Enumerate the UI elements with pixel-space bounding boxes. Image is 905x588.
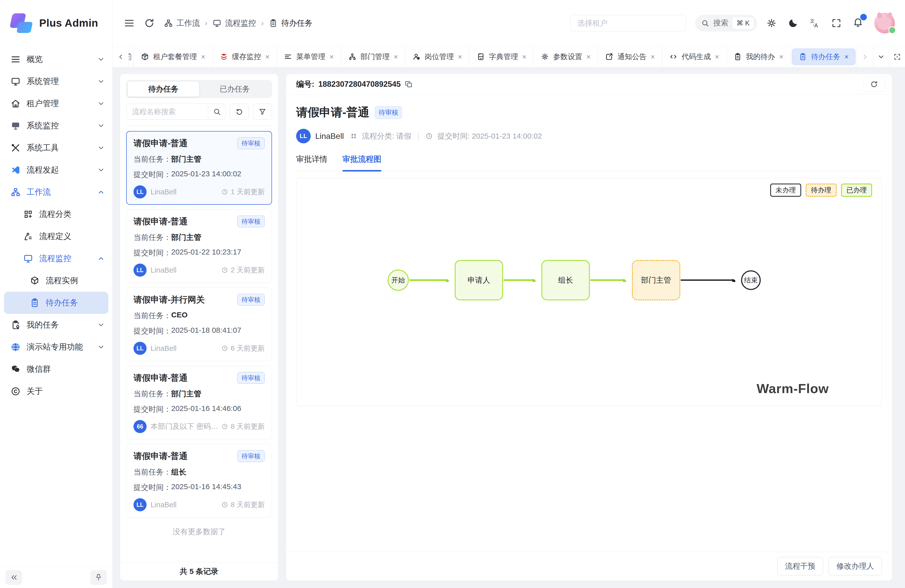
breadcrumb-todo-tasks[interactable]: 待办任务 bbox=[269, 18, 313, 29]
sidebar-item-workflow[interactable]: 工作流 bbox=[0, 181, 113, 203]
tab-dept-mgmt[interactable]: 部门管理 × bbox=[341, 46, 405, 67]
sidebar-item-process-definition[interactable]: 流程定义 bbox=[0, 225, 113, 248]
task-card[interactable]: 请假申请-并行网关 待审核 当前任务：CEO 提交时间：2025-01-18 0… bbox=[126, 288, 272, 361]
content-fullscreen-button[interactable] bbox=[889, 46, 905, 67]
menu-lines-icon bbox=[284, 52, 292, 61]
close-icon[interactable]: × bbox=[779, 53, 784, 60]
sidebar-item-todo-tasks[interactable]: 待办任务 bbox=[4, 292, 108, 314]
task-card[interactable]: 请假申请-普通 待审核 当前任务：部门主管 提交时间：2025-01-22 10… bbox=[126, 209, 272, 283]
collapse-sidebar-button[interactable] bbox=[6, 570, 22, 585]
draft-pen-icon bbox=[23, 231, 33, 242]
task-segmented-control: 待办任务 已办任务 bbox=[126, 80, 272, 98]
hamburger-menu-icon[interactable] bbox=[124, 17, 135, 29]
sidebar-item-process-instance[interactable]: 流程实例 bbox=[0, 270, 113, 292]
sidebar: Plus Admin 概览 系统管理 租户管理 系统监控 系统工具 bbox=[0, 0, 113, 588]
chevron-up-icon bbox=[97, 188, 105, 196]
close-icon[interactable]: × bbox=[522, 53, 527, 60]
sidebar-item-process-category[interactable]: 流程分类 bbox=[0, 203, 113, 225]
monitor-filled-icon bbox=[11, 121, 21, 131]
tab-code-gen[interactable]: 代码生成 × bbox=[662, 46, 727, 67]
fullscreen-icon[interactable] bbox=[831, 18, 841, 29]
detail-refresh-button[interactable] bbox=[863, 76, 885, 92]
refresh-icon[interactable] bbox=[144, 17, 155, 29]
filter-button[interactable] bbox=[253, 103, 272, 120]
task-card-list: 请假申请-普通 待审核 当前任务：部门主管 提交时间：2025-01-23 14… bbox=[120, 126, 278, 563]
close-icon[interactable]: × bbox=[265, 53, 270, 60]
close-icon[interactable]: × bbox=[715, 53, 719, 60]
tab-menu-mgmt[interactable]: 菜单管理 × bbox=[277, 46, 341, 67]
task-card[interactable]: 请假申请-普通 待审核 当前任务：组长 提交时间：2025-01-16 14:4… bbox=[126, 444, 272, 518]
segment-todo-tasks[interactable]: 待办任务 bbox=[128, 81, 199, 97]
dictionary-icon bbox=[476, 52, 485, 61]
sidebar-item-tenant-mgmt[interactable]: 租户管理 bbox=[0, 92, 113, 115]
notifications-button[interactable] bbox=[853, 17, 863, 29]
close-icon[interactable]: × bbox=[394, 53, 398, 60]
sidebar-item-about[interactable]: 关于 bbox=[0, 380, 113, 402]
close-icon[interactable]: × bbox=[586, 53, 591, 60]
avatar: LL bbox=[133, 342, 146, 355]
flow-node-applicant: 申请人 bbox=[455, 260, 503, 300]
sidebar-item-system-monitor[interactable]: 系统监控 bbox=[0, 115, 113, 137]
chevron-down-icon bbox=[877, 53, 885, 60]
sidebar-item-process-monitor[interactable]: 流程监控 bbox=[0, 248, 113, 270]
close-icon[interactable]: × bbox=[844, 53, 849, 60]
pin-sidebar-button[interactable] bbox=[90, 570, 107, 585]
reset-button[interactable] bbox=[230, 103, 249, 120]
tab-cache-monitor[interactable]: 缓存监控 × bbox=[213, 46, 277, 67]
tab-approval-diagram[interactable]: 审批流程图 bbox=[342, 154, 381, 171]
sidebar-item-overview[interactable]: 概览 bbox=[0, 48, 113, 70]
close-icon[interactable]: × bbox=[651, 53, 655, 60]
translate-icon[interactable]: 文A bbox=[810, 18, 820, 29]
avatar: LL bbox=[133, 498, 146, 511]
chevron-down-icon bbox=[97, 321, 105, 329]
avatar: LL bbox=[133, 264, 146, 277]
global-search-button[interactable]: 搜索 ⌘ K bbox=[695, 15, 757, 32]
tab-approval-detail[interactable]: 审批详情 bbox=[296, 154, 327, 171]
tabs-scroll-right-button[interactable] bbox=[857, 46, 873, 67]
tab-dict-mgmt[interactable]: 字典管理 × bbox=[470, 46, 534, 67]
package-icon bbox=[141, 52, 149, 61]
app-logo[interactable]: Plus Admin bbox=[0, 0, 113, 46]
process-name-search-input[interactable] bbox=[127, 108, 208, 116]
breadcrumb-workflow[interactable]: 工作流 bbox=[164, 18, 200, 29]
flow-node-start: 开始 bbox=[387, 270, 409, 291]
change-assignee-button[interactable]: 修改办理人 bbox=[829, 557, 882, 575]
moon-icon[interactable] bbox=[788, 18, 799, 29]
process-intervene-button[interactable]: 流程干预 bbox=[777, 557, 823, 575]
search-button[interactable] bbox=[208, 104, 225, 119]
person-icon bbox=[412, 52, 421, 61]
gear-icon bbox=[541, 52, 549, 61]
sidebar-item-wechat-group[interactable]: 微信群 bbox=[0, 358, 113, 380]
tab-my-todo[interactable]: 我的待办 × bbox=[727, 46, 791, 67]
pin-icon bbox=[94, 573, 103, 582]
close-icon[interactable]: × bbox=[329, 53, 334, 60]
tab-params-settings[interactable]: 参数设置 × bbox=[534, 46, 598, 67]
clock-icon bbox=[221, 501, 228, 508]
task-card[interactable]: 请假申请-普通 待审核 当前任务：部门主管 提交时间：2025-01-16 14… bbox=[126, 366, 272, 439]
tab-notice[interactable]: 通知公告 × bbox=[598, 46, 662, 67]
close-icon[interactable]: × bbox=[458, 53, 462, 60]
tabs-menu-button[interactable] bbox=[873, 46, 889, 67]
sidebar-item-demo-features[interactable]: 演示站专用功能 bbox=[0, 336, 113, 358]
gear-icon[interactable] bbox=[766, 18, 777, 29]
search-shortcut-kbd: ⌘ K bbox=[732, 17, 754, 29]
breadcrumb-process-monitor[interactable]: 流程监控 bbox=[213, 18, 256, 29]
sidebar-item-my-tasks[interactable]: 我的任务 bbox=[0, 314, 113, 336]
tabs-scroll-left-button[interactable] bbox=[113, 46, 129, 67]
sidebar-item-system-tools[interactable]: 系统工具 bbox=[0, 137, 113, 159]
close-icon[interactable]: × bbox=[201, 53, 205, 60]
tab-post-mgmt[interactable]: 岗位管理 × bbox=[405, 46, 470, 67]
tab-clipped[interactable]: × bbox=[129, 46, 134, 67]
tab-tenant-package[interactable]: 租户套餐管理 × bbox=[134, 46, 213, 67]
tenant-select-input[interactable] bbox=[570, 15, 686, 32]
tab-todo-tasks[interactable]: 待办任务 × bbox=[792, 48, 856, 65]
sidebar-item-process-start[interactable]: 流程发起 bbox=[0, 159, 113, 181]
sidebar-nav: 概览 系统管理 租户管理 系统监控 系统工具 流程发起 bbox=[0, 46, 113, 566]
task-card[interactable]: 请假申请-普通 待审核 当前任务：部门主管 提交时间：2025-01-23 14… bbox=[126, 131, 272, 205]
copy-icon[interactable] bbox=[405, 80, 413, 88]
breadcrumb: 工作流 › 流程监控 › 待办任务 bbox=[164, 18, 313, 29]
sidebar-item-system-mgmt[interactable]: 系统管理 bbox=[0, 70, 113, 92]
segment-done-tasks[interactable]: 已办任务 bbox=[199, 81, 270, 97]
avatar: LL bbox=[296, 129, 311, 143]
user-avatar[interactable] bbox=[874, 13, 895, 33]
